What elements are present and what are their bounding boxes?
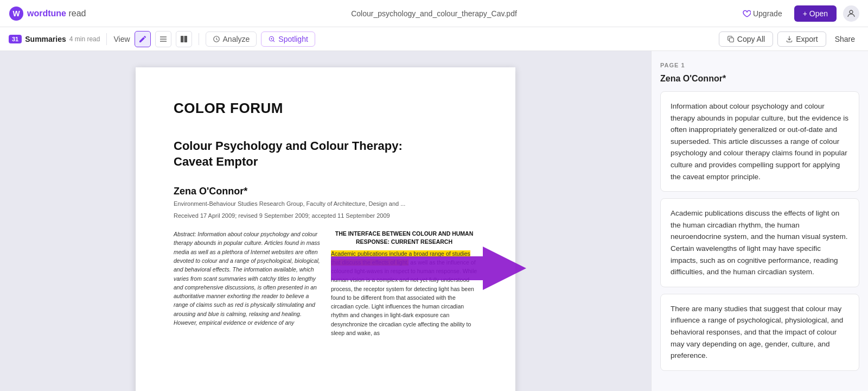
page-label: PAGE 1	[660, 62, 859, 68]
export-button[interactable]: Export	[777, 31, 826, 47]
summary-card-1: Information about colour psychology and …	[660, 91, 859, 192]
copy-icon	[727, 35, 735, 43]
pdf-forum-title: COLOR FORUM	[174, 100, 477, 117]
toolbar: 31 Summaries 4 min read View Analyze	[0, 27, 868, 51]
view-edit-button[interactable]	[135, 31, 151, 47]
summary-card-3: There are many studies that suggest that…	[660, 294, 859, 371]
analyze-icon	[213, 35, 220, 43]
top-nav: W wordtune read Colour_psychology_and_co…	[0, 0, 868, 27]
summary-author-name: Zena O'Connor*	[660, 74, 859, 84]
share-button[interactable]: Share	[831, 32, 859, 46]
logo-label: wordtune read	[27, 9, 86, 18]
pdf-article-title: Colour Psychology and Colour Therapy:Cav…	[174, 138, 477, 169]
divider-1	[106, 33, 107, 45]
toolbar-actions: Copy All Export Share	[719, 31, 859, 47]
columns-icon	[180, 35, 188, 43]
svg-text:W: W	[12, 9, 20, 18]
list-icon	[159, 35, 168, 43]
user-icon-button[interactable]	[843, 5, 859, 22]
analyze-button[interactable]: Analyze	[206, 31, 257, 47]
edit-icon	[138, 35, 147, 43]
export-icon	[786, 35, 793, 43]
pdf-author: Zena O'Connor*	[174, 186, 477, 197]
pdf-viewer[interactable]: COLOR FORUM Colour Psychology and Colour…	[0, 51, 651, 391]
spotlight-icon	[268, 35, 276, 43]
pdf-received: Received 17 April 2009; revised 9 Septem…	[174, 212, 477, 219]
copy-all-button[interactable]: Copy All	[719, 31, 773, 47]
pdf-section-title: THE INTERFACE BETWEEN COLOUR AND HUMAN R…	[331, 230, 477, 245]
view-list-button[interactable]	[155, 31, 171, 47]
summaries-panel: PAGE 1 Zena O'Connor* Information about …	[651, 51, 868, 391]
nav-left: W wordtune read	[9, 6, 86, 21]
svg-point-2	[850, 10, 853, 14]
read-time: 4 min read	[69, 35, 100, 43]
summary-card-2: Academic publications discuss the effect…	[660, 198, 859, 287]
user-icon	[846, 9, 856, 18]
file-title: Colour_psychology_and_colour_therapy_Cav…	[351, 9, 517, 18]
arrow-svg	[331, 247, 526, 290]
pdf-affiliation: Environment-Behaviour Studies Research G…	[174, 200, 477, 207]
spotlight-button[interactable]: Spotlight	[261, 31, 315, 47]
summaries-label: Summaries	[25, 35, 66, 43]
badge-number: 31	[9, 35, 22, 43]
svg-marker-11	[331, 247, 526, 290]
divider-2	[199, 33, 199, 45]
summaries-badge: 31 Summaries 4 min read	[9, 35, 100, 43]
view-label: View	[113, 35, 130, 43]
logo-icon: W	[9, 6, 24, 21]
open-button[interactable]: + Open	[794, 5, 837, 22]
svg-rect-6	[181, 36, 183, 42]
svg-rect-3	[160, 36, 167, 37]
svg-rect-5	[160, 41, 167, 41]
upgrade-button[interactable]: Upgrade	[737, 6, 788, 21]
pdf-abstract: Abstract: Information about colour psych…	[174, 230, 320, 337]
heart-icon	[742, 9, 751, 18]
main-content: COLOR FORUM Colour Psychology and Colour…	[0, 51, 868, 391]
logo[interactable]: W wordtune read	[9, 6, 86, 21]
svg-rect-10	[729, 37, 733, 42]
svg-rect-7	[184, 36, 187, 42]
view-columns-button[interactable]	[176, 31, 192, 47]
arrow-annotation	[331, 247, 526, 290]
nav-right: Upgrade + Open	[737, 5, 859, 22]
pdf-page: COLOR FORUM Colour Psychology and Colour…	[136, 67, 515, 391]
svg-rect-4	[160, 39, 167, 39]
